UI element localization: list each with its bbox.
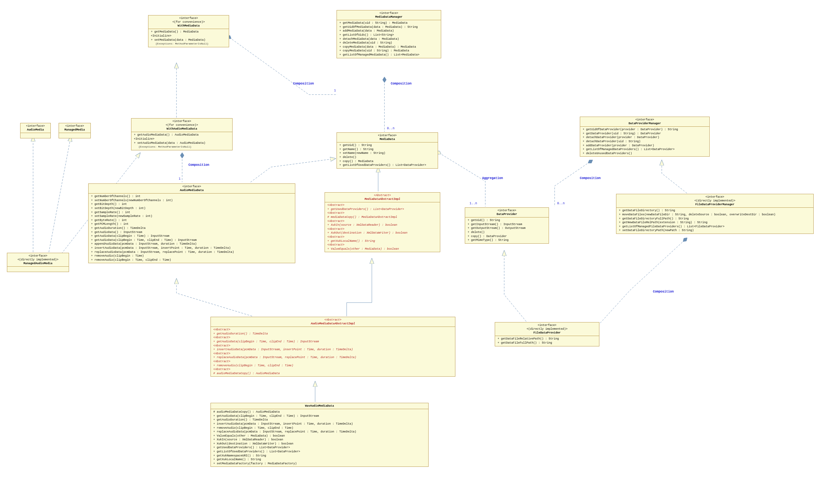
header: <Abstract> AudioMediaDataAbstractImpl <box>211 317 455 327</box>
box-data-provider-manager: <interface> DataProviderManager + getUid… <box>580 117 710 157</box>
header: <interface> MediaDataManager <box>337 10 441 20</box>
label-composition-4: Composition <box>580 176 601 180</box>
header: <interface> <(for convenience)> WithAudi… <box>131 119 232 132</box>
ops: + getMediaData() : MediaData <Initialize… <box>148 29 229 47</box>
box-audio-media-data: <interface> AudioMediaData + getNumberOf… <box>88 184 295 263</box>
ops: # audioMediaDataCopy() : AudioMediaData … <box>211 409 428 466</box>
ops: + getUidOfDataProvider(provider : DataPr… <box>580 127 709 156</box>
header: <interface> DataProviderManager <box>580 117 709 127</box>
mult-2b: 1 <box>179 177 180 181</box>
box-audio-media-data-abstract-impl: <Abstract> AudioMediaDataAbstractImpl <A… <box>211 317 455 377</box>
header: <interface> <(directly implemented)> Man… <box>7 253 69 267</box>
header: <interface> <(directly implemented)> Fil… <box>616 194 813 208</box>
box-managed-audio-media: <interface> <(directly implemented)> Man… <box>7 253 69 272</box>
label-composition-5: Composition <box>653 290 674 293</box>
ops: + getAudioMediaData() : AudioMediaData <… <box>131 132 232 150</box>
box-file-data-provider: <interface> <(directly implemented)> Fil… <box>495 322 599 346</box>
header: <interface> DataProvider <box>465 208 549 217</box>
header: WavAudioMediaData <box>211 403 428 409</box>
box-audio-media: <interface> AudioMedia <box>20 123 51 138</box>
label-aggregation-1: Aggregation <box>482 176 503 180</box>
header: <Abstract> MediaDataAbstractImpl <box>325 193 440 202</box>
ops: + getDataFileDirectory() : String + move… <box>616 208 813 233</box>
box-media-data: <interface> MediaData + getUid() : Strin… <box>336 132 438 169</box>
box-with-audio-media-data: <interface> <(for convenience)> WithAudi… <box>131 118 233 150</box>
header: <interface> AudioMediaData <box>88 184 295 194</box>
header: <interface> <(directly implemented)> Fil… <box>495 322 599 336</box>
label-composition-2: Composition <box>391 82 411 85</box>
box-media-data-manager: <interface> MediaDataManager + getMediaD… <box>336 10 441 58</box>
mult-1b: 0..n <box>387 127 394 130</box>
ops: + getUid() : String + getInputStream() :… <box>465 217 549 243</box>
ops: + getMediaData(uid : String) : MediaData… <box>337 20 441 58</box>
header: <interface> MediaData <box>337 133 438 142</box>
box-file-data-provider-manager: <interface> <(directly implemented)> Fil… <box>616 194 814 234</box>
ops: <Abstract> + getAudioDuration() : TimeDe… <box>211 327 455 376</box>
header: <interface> <(for convenience)> WithMedi… <box>148 15 229 29</box>
ops: + getNumberOfChannels() : int + setNumbe… <box>88 194 295 263</box>
header: <interface> ManagedMedia <box>59 123 90 133</box>
box-with-media-data: <interface> <(for convenience)> WithMedi… <box>148 15 229 47</box>
label-composition-3: Composition <box>189 163 209 167</box>
box-wav-audio-media-data: WavAudioMediaData # audioMediaDataCopy()… <box>211 403 429 467</box>
mult-1a: 1 <box>334 89 336 92</box>
label-composition-1: Composition <box>293 82 314 85</box>
ops: + getUid() : String + getName() : String… <box>337 142 438 168</box>
header: <interface> AudioMedia <box>20 123 51 133</box>
ops: <Abstract> + getUsedDataProviders() : Li… <box>325 202 440 252</box>
ops: + getDataFileRelativePath() : String + g… <box>495 336 599 346</box>
box-managed-media: <interface> ManagedMedia <box>59 123 91 138</box>
box-media-data-abstract-impl: <Abstract> MediaDataAbstractImpl <Abstra… <box>324 192 440 252</box>
box-data-provider: <interface> DataProvider + getUid() : St… <box>465 207 549 244</box>
mult-3a: 1..n <box>469 202 477 205</box>
mult-3b: 0..n <box>557 202 565 205</box>
